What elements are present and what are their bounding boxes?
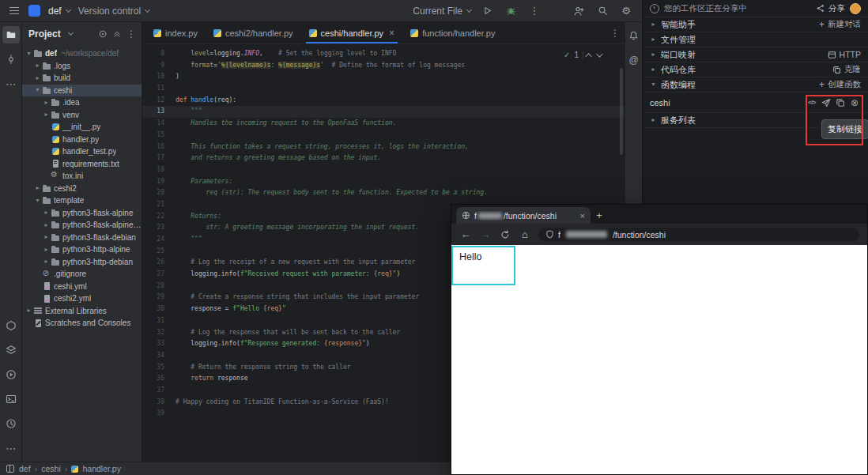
forward-icon[interactable]: → xyxy=(479,228,492,240)
chevron-right-icon[interactable]: ▸ xyxy=(43,247,50,253)
tab-list-icon[interactable]: ⋮ xyxy=(606,22,625,43)
code-line-13[interactable]: 13 """ xyxy=(142,106,625,118)
close-tab-icon[interactable]: × xyxy=(389,28,394,39)
editor-tab-function-handler-py[interactable]: function/handler.py xyxy=(402,22,503,43)
run-tool-icon[interactable] xyxy=(2,366,20,383)
more-tools-icon[interactable]: ⋯ xyxy=(2,439,20,457)
share-button[interactable]: 分享 xyxy=(816,3,845,14)
inspection-widget[interactable]: ✓ 1 xyxy=(560,50,604,60)
tree-item-ceshi2-yml[interactable]: ceshi2.yml xyxy=(22,292,142,305)
chevron-right-icon[interactable]: ▸ xyxy=(34,75,41,81)
more-actions-icon[interactable]: ⋮ xyxy=(526,3,542,19)
chevron-right-icon[interactable]: ▸ xyxy=(34,185,41,191)
editor-tab-ceshi-handler-py[interactable]: ceshi/handler.py× xyxy=(301,22,403,43)
breadcrumb-item-ceshi[interactable]: ceshi xyxy=(41,464,61,473)
tree-item-idea[interactable]: ▸.idea xyxy=(22,96,142,109)
tree-item-init-py[interactable]: __init__.py xyxy=(22,121,142,134)
collapse-all-icon[interactable] xyxy=(110,27,124,41)
tree-item-def[interactable]: ▾def~/workspace/def xyxy=(22,47,142,60)
code-line-9[interactable]: 9 format='%(levelname)s: %(message)s' # … xyxy=(142,60,625,72)
settings-icon[interactable]: ⚙ xyxy=(618,3,634,19)
project-switcher[interactable]: def xyxy=(48,6,70,17)
tree-item-tox-ini[interactable]: tox.ini xyxy=(22,170,142,183)
locate-file-icon[interactable] xyxy=(96,27,110,41)
tree-item-python3-flask-alpine[interactable]: ▸python3-flask-alpine xyxy=(22,207,142,220)
http-button[interactable]: HTTP xyxy=(828,50,861,59)
tree-item-ceshi[interactable]: ▾ceshi xyxy=(22,85,142,97)
create-function-button[interactable]: +创建函数 xyxy=(819,79,861,90)
code-line-10[interactable]: 10) xyxy=(142,71,625,83)
breadcrumb-item-def[interactable]: def xyxy=(19,464,31,473)
section-code-repo[interactable]: ▸代码仓库克隆 xyxy=(643,62,868,77)
chevron-right-icon[interactable]: ▸ xyxy=(650,51,657,58)
close-tab-icon[interactable]: × xyxy=(580,211,585,221)
code-line-8[interactable]: 8 level=logging.INFO, # Set the logging … xyxy=(142,48,625,60)
chevron-right-icon[interactable]: ▸ xyxy=(43,100,50,106)
chevron-right-icon[interactable]: ▸ xyxy=(650,36,657,43)
services-tool-icon[interactable] xyxy=(2,317,20,334)
code-line-20[interactable]: 20 req (str): The request body sent to t… xyxy=(142,187,625,199)
editor-tab-ceshi2-handler-py[interactable]: ceshi2/handler.py xyxy=(206,22,301,43)
editor-scrollbar[interactable] xyxy=(620,68,623,155)
ai-assistant-icon[interactable]: @ xyxy=(627,53,641,67)
more-tool-windows-icon[interactable]: ⋯ xyxy=(2,75,20,92)
code-preview-icon[interactable]: </> xyxy=(806,96,818,109)
refresh-icon[interactable] xyxy=(499,230,511,239)
code-with-me-icon[interactable] xyxy=(571,3,587,19)
new-chat-button[interactable]: +新建对话 xyxy=(819,19,861,30)
tree-item-python3-flask-debian[interactable]: ▸python3-flask-debian xyxy=(22,232,142,244)
chevron-right-icon[interactable]: ▸ xyxy=(43,258,50,265)
tree-item-template[interactable]: ▾template xyxy=(22,194,142,207)
delete-icon[interactable]: ⊗ xyxy=(848,96,861,109)
tree-item-scratches-and-consoles[interactable]: Scratches and Consoles xyxy=(22,317,142,330)
tree-item-handler-py[interactable]: handler.py xyxy=(22,134,142,146)
tree-item-handler-test-py[interactable]: handler_test.py xyxy=(22,145,142,158)
run-config-selector[interactable]: Current File xyxy=(413,6,471,17)
prev-problem-icon[interactable] xyxy=(585,53,591,59)
commit-tool-icon[interactable] xyxy=(2,51,20,68)
tree-item-ceshi2[interactable]: ▸ceshi2 xyxy=(22,183,142,195)
history-tool-icon[interactable] xyxy=(2,415,20,432)
tree-item-python3-http-alpine[interactable]: ▸python3-http-alpine xyxy=(22,243,142,256)
search-icon[interactable] xyxy=(594,3,610,19)
chevron-down-icon[interactable]: ▾ xyxy=(25,51,32,57)
build-tool-icon[interactable] xyxy=(2,341,20,359)
editor-tab-index-py[interactable]: index.py xyxy=(145,22,206,43)
code-line-16[interactable]: 16 This function takes a request string,… xyxy=(142,141,625,153)
chevron-right-icon[interactable]: ▸ xyxy=(650,21,657,28)
chevron-right-icon[interactable]: ▸ xyxy=(34,62,41,69)
chevron-right-icon[interactable]: ▸ xyxy=(43,111,50,118)
browser-tab[interactable]: f/function/ceshi × xyxy=(456,207,591,224)
tree-item-build[interactable]: ▸build xyxy=(22,72,142,85)
chevron-down-icon[interactable]: ▾ xyxy=(650,81,657,88)
breadcrumb-item-handler-py[interactable]: handler.py xyxy=(82,464,120,473)
invoke-icon[interactable] xyxy=(820,96,832,109)
tree-item-external-libraries[interactable]: ▸External Libraries xyxy=(22,305,142,318)
user-avatar[interactable] xyxy=(850,3,861,14)
chevron-right-icon[interactable]: ▸ xyxy=(650,66,657,73)
next-problem-icon[interactable] xyxy=(596,51,602,57)
chevron-right-icon[interactable]: ▸ xyxy=(25,307,32,314)
tree-item-python3-http-debian[interactable]: ▸python3-http-debian xyxy=(22,256,142,269)
main-menu-icon[interactable] xyxy=(8,5,21,17)
chevron-right-icon[interactable]: ▸ xyxy=(43,234,50,240)
function-item-ceshi[interactable]: ceshi </> ⊗ xyxy=(643,92,868,113)
code-line-19[interactable]: 19 Parameters: xyxy=(142,176,625,188)
section-file-manager[interactable]: ▸文件管理 xyxy=(643,32,868,47)
section-ai-assistant[interactable]: ▸智能助手+新建对话 xyxy=(643,17,868,32)
chevron-right-icon[interactable]: ▸ xyxy=(650,117,657,123)
run-button[interactable] xyxy=(479,3,495,19)
clone-button[interactable]: 克隆 xyxy=(832,64,861,75)
tree-item-logs[interactable]: ▸.logs xyxy=(22,60,142,73)
code-line-15[interactable]: 15 xyxy=(142,130,625,141)
project-logo-icon[interactable] xyxy=(28,5,40,17)
code-line-11[interactable]: 11 xyxy=(142,83,625,95)
code-line-18[interactable]: 18 xyxy=(142,164,625,176)
project-tool-icon[interactable] xyxy=(2,26,20,43)
debug-icon[interactable] xyxy=(503,3,519,19)
code-line-17[interactable]: 17 and returns a greeting message based … xyxy=(142,153,625,164)
copy-link-icon[interactable] xyxy=(834,96,847,109)
tree-item-ceshi-yml[interactable]: ceshi.yml xyxy=(22,281,142,293)
code-line-12[interactable]: 12def handle(req): xyxy=(142,95,625,107)
section-function-programming[interactable]: ▾函数编程+创建函数 xyxy=(643,77,868,92)
